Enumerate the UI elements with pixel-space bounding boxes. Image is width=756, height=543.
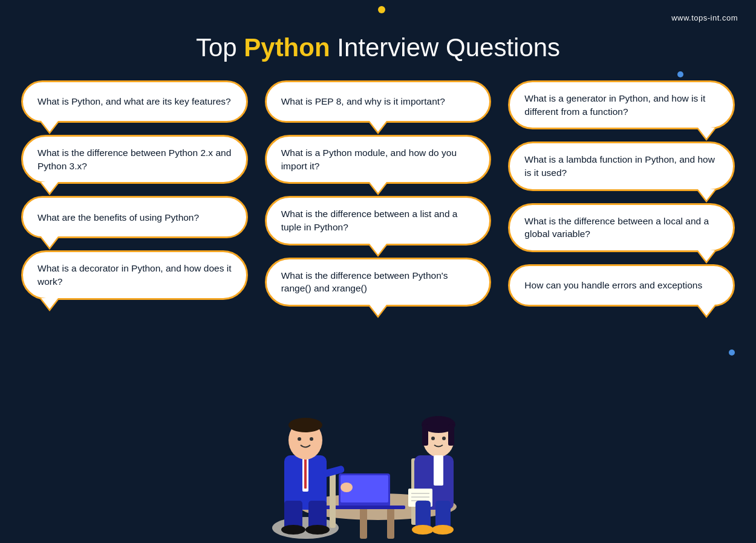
question-7: What is the difference between a list an… bbox=[265, 196, 492, 245]
question-11: What is the difference between a local a… bbox=[508, 203, 735, 252]
question-8: What is the difference between Python's … bbox=[265, 258, 492, 307]
question-12: How can you handle errors and exceptions bbox=[508, 264, 735, 307]
svg-rect-25 bbox=[422, 424, 428, 446]
svg-point-28 bbox=[442, 437, 446, 440]
title-prefix: Top bbox=[196, 33, 244, 62]
title-suffix: Interview Questions bbox=[330, 33, 561, 62]
question-6: What is a Python module, and how do you … bbox=[265, 135, 492, 184]
svg-rect-5 bbox=[324, 506, 405, 509]
svg-rect-7 bbox=[330, 473, 336, 528]
svg-rect-10 bbox=[304, 458, 307, 489]
question-2: What is the difference between Python 2.… bbox=[21, 135, 248, 184]
decorative-dot-right bbox=[677, 71, 683, 77]
svg-rect-29 bbox=[434, 455, 443, 486]
svg-rect-26 bbox=[448, 424, 454, 446]
question-10: What is a lambda function in Python, and… bbox=[508, 141, 735, 190]
question-1: What is Python, and what are its key fea… bbox=[21, 80, 248, 123]
svg-rect-1 bbox=[360, 506, 367, 539]
left-column: What is Python, and what are its key fea… bbox=[21, 80, 248, 307]
svg-point-12 bbox=[288, 418, 322, 432]
svg-point-13 bbox=[298, 437, 301, 441]
svg-point-27 bbox=[431, 437, 435, 440]
decorative-dot-top bbox=[378, 6, 385, 13]
svg-point-37 bbox=[432, 525, 454, 535]
right-column: What is a generator in Python, and how i… bbox=[508, 80, 735, 307]
svg-point-20 bbox=[305, 525, 330, 535]
question-3: What are the benefits of using Python? bbox=[21, 196, 248, 238]
question-5: What is PEP 8, and why is it important? bbox=[265, 80, 492, 123]
svg-rect-2 bbox=[387, 506, 394, 539]
website-url: www.tops-int.com bbox=[671, 13, 738, 22]
svg-point-19 bbox=[281, 525, 305, 535]
svg-point-16 bbox=[341, 483, 353, 492]
question-9: What is a generator in Python, and how i… bbox=[508, 80, 735, 129]
title-highlight: Python bbox=[244, 33, 330, 62]
page-title: Top Python Interview Questions bbox=[0, 33, 756, 62]
decorative-dot-bottom-right bbox=[729, 350, 735, 356]
question-4: What is a decorator in Python, and how d… bbox=[21, 250, 248, 299]
svg-point-36 bbox=[412, 525, 434, 535]
center-column: What is PEP 8, and why is it important? … bbox=[265, 80, 492, 307]
svg-point-14 bbox=[310, 437, 313, 441]
interview-illustration bbox=[197, 362, 559, 543]
